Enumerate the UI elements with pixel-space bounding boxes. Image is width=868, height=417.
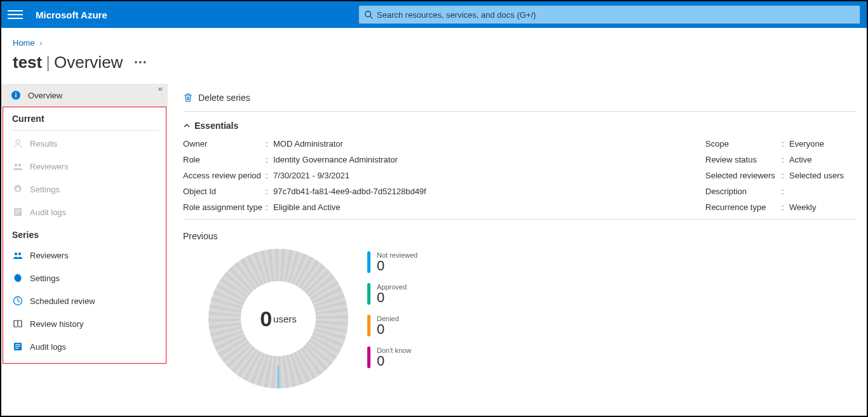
previous-heading: Previous [183,227,857,249]
svg-point-0 [365,11,371,17]
page-title: test | Overview ••• [1,53,867,84]
sidebar-item-label: Settings [30,185,60,194]
kv-key: Object Id [183,187,266,196]
sidebar-item-label: Audit logs [30,342,66,352]
svg-point-5 [16,140,20,143]
hamburger-menu-button[interactable] [8,7,23,22]
kv-key: Scope [705,139,782,149]
svg-rect-18 [15,346,20,347]
breadcrumb: Home › [1,28,867,53]
kv-key: Review status [705,155,782,164]
sidebar-item-audit-logs-series[interactable]: Audit logs [3,335,166,358]
collapse-sidebar-button[interactable]: « [158,84,163,93]
clock-icon [12,295,24,307]
previous-chart: 0users Not reviewed0 Approved0 Denied0 [183,249,857,388]
svg-line-1 [370,17,373,19]
more-actions-button[interactable]: ••• [134,57,147,67]
legend-item-dont-know: Don't know0 [367,347,417,368]
search-input[interactable] [377,10,855,20]
sidebar-item-reviewers-series[interactable]: Reviewers [3,244,166,267]
svg-rect-3 [15,95,17,98]
sidebar-item-audit-logs-current[interactable]: Audit logs [3,201,166,223]
sidebar-item-label: Reviewers [30,251,69,260]
svg-point-4 [15,93,17,94]
svg-rect-11 [15,213,18,214]
svg-point-6 [15,164,17,166]
person-icon [12,138,24,149]
svg-point-12 [15,253,17,255]
toolbar-button-label: Delete series [198,93,250,103]
kv-key: Recurrence type [705,202,782,212]
breadcrumb-home[interactable]: Home [13,38,35,48]
toolbar: Delete series [183,84,857,112]
sidebar-section-series: Series [3,223,166,244]
log-icon [12,341,24,352]
log-icon [12,206,24,218]
legend: Not reviewed0 Approved0 Denied0 Don't kn… [367,249,417,368]
donut-value: 0 [260,307,272,331]
global-search[interactable] [358,5,860,24]
people-icon [12,161,24,172]
info-icon [10,89,22,101]
legend-color-bar [367,347,370,368]
kv-value: MOD Administrator [273,139,343,149]
gear-icon [12,183,24,195]
kv-key: Access review period [183,171,266,180]
donut-label: users [273,314,297,324]
kv-key: Description [705,187,782,196]
svg-rect-19 [15,348,18,348]
sidebar-item-label: Audit logs [30,208,66,217]
legend-item-not-reviewed: Not reviewed0 [367,251,417,273]
kv-key: Role assignment type [183,202,266,212]
donut-center: 0users [241,281,316,356]
legend-color-bar [367,251,370,273]
book-icon [12,318,24,329]
essentials-heading: Essentials [194,121,238,131]
kv-value: 97c7db41-fa81-4ee9-adbd-7d52128bd49f [273,187,426,196]
kv-value: Eligible and Active [273,202,341,212]
donut-chart: 0users [208,249,348,388]
sidebar-item-settings-series[interactable]: Settings [3,267,166,289]
page-title-separator: | [46,53,50,72]
kv-value: Everyone [789,139,824,149]
brand-label: Microsoft Azure [36,10,107,20]
sidebar-item-scheduled-review[interactable]: Scheduled review [3,289,166,312]
trash-icon [183,93,193,103]
kv-key: Owner [183,139,266,149]
page-title-main: test [13,53,42,72]
legend-color-bar [367,283,370,305]
sidebar-item-results[interactable]: Results [3,132,166,155]
sidebar-item-label: Review history [30,319,84,329]
kv-value: Selected users [789,171,844,180]
legend-item-approved: Approved0 [367,283,417,305]
essentials-grid: Owner:MOD Administrator Role:Identity Go… [183,136,857,215]
kv-key: Selected reviewers [705,171,782,180]
sidebar-item-label: Reviewers [30,162,69,171]
sidebar-item-overview[interactable]: Overview [1,84,168,107]
people-icon [12,249,24,261]
search-icon [364,10,373,19]
essentials-toggle[interactable]: Essentials [183,112,857,136]
svg-point-7 [18,164,21,166]
legend-value: 0 [377,291,407,305]
gear-icon [12,272,24,284]
page-title-sub: Overview [54,53,123,72]
sidebar-item-reviewers-current[interactable]: Reviewers [3,155,166,178]
highlighted-section: Current Results Reviewers Settings Audit… [3,107,166,364]
delete-series-button[interactable]: Delete series [183,93,250,103]
chevron-right-icon: › [39,38,42,48]
sidebar-section-current: Current [3,107,166,128]
kv-value: Weekly [789,202,816,212]
sidebar-item-label: Scheduled review [30,296,95,306]
kv-key: Role [183,155,266,164]
sidebar-item-review-history[interactable]: Review history [3,312,166,335]
sidebar-item-settings-current[interactable]: Settings [3,178,166,201]
legend-color-bar [367,315,370,336]
svg-rect-9 [15,209,20,210]
main-content: Delete series Essentials Owner:MOD Admin… [168,84,867,388]
kv-value: 7/30/2021 - 9/3/2021 [273,171,349,180]
chevron-up-icon [183,122,191,129]
sidebar-item-label: Settings [30,274,60,283]
sidebar-item-label: Results [30,139,57,149]
sidebar-item-label: Overview [28,91,62,100]
